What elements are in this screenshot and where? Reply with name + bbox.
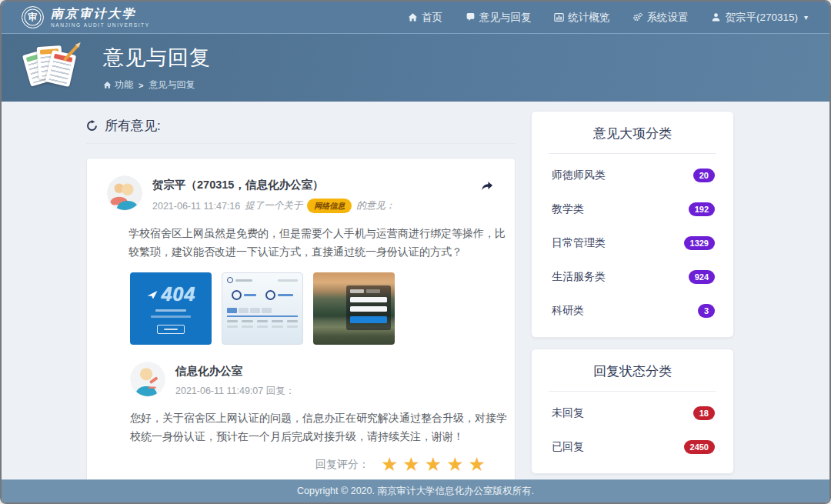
count-badge: 1329: [684, 236, 715, 250]
breadcrumb-separator: >: [138, 81, 143, 90]
rating-row: 回复评分： ★★★★★: [107, 455, 495, 474]
post-author-name: 贺宗平（270315，信息化办公室）: [152, 178, 395, 192]
gears-icon: [632, 12, 642, 22]
attachment-campus-login-thumbnail[interactable]: [313, 272, 395, 345]
count-badge: 18: [693, 406, 715, 420]
top-navbar: 审 南京审计大学 NANJING AUDIT UNIVERSITY 首页意见与回…: [2, 2, 829, 34]
star-icon: ★: [402, 453, 419, 475]
app-window: 审 南京审计大学 NANJING AUDIT UNIVERSITY 首页意见与回…: [0, 0, 831, 504]
category-item[interactable]: 未回复18: [532, 396, 733, 430]
category-item[interactable]: 日常管理类1329: [532, 226, 733, 260]
main-column: 所有意见:: [86, 111, 516, 479]
attachment-404-page-thumbnail[interactable]: 404: [130, 272, 212, 345]
documents-illustration-icon: [26, 45, 75, 90]
university-seal-icon: 审: [22, 6, 44, 28]
category-item[interactable]: 生活服务类924: [532, 260, 733, 294]
section-header: 所有意见:: [86, 111, 516, 144]
sidebar: 意见大项分类师德师风类20教学类192日常管理类1329生活服务类924科研类3…: [531, 111, 734, 479]
content-area: 所有意见:: [2, 102, 829, 479]
thumbnail-button-shape: [157, 325, 185, 334]
section-title: 所有意见:: [105, 117, 161, 135]
rating-label: 回复评分：: [315, 458, 369, 472]
count-badge: 3: [698, 304, 715, 318]
post-header: 贺宗平（270315，信息化办公室） 2021-06-11 11:47:16 提…: [107, 175, 495, 213]
copyright-text: Copyright © 2020. 南京审计大学信息化办公室版权所有.: [297, 485, 534, 498]
chart-icon: [554, 12, 564, 22]
footer: Copyright © 2020. 南京审计大学信息化办公室版权所有.: [2, 479, 829, 502]
attachment-portal-page-thumbnail[interactable]: [222, 272, 303, 345]
opinion-card: 贺宗平（270315，信息化办公室） 2021-06-11 11:47:16 提…: [86, 158, 516, 479]
error-404-text: 404: [162, 283, 196, 305]
breadcrumb: 功能 > 意见与回复: [103, 78, 211, 92]
category-tag-badge[interactable]: 网络信息: [307, 199, 352, 213]
reply-avatar: [130, 362, 165, 397]
reply-author-name: 信息化办公室: [175, 364, 295, 379]
nav-item-1[interactable]: 首页: [408, 11, 442, 25]
sidebar-panel-1: 意见大项分类师德师风类20教学类192日常管理类1329生活服务类924科研类3: [531, 111, 734, 338]
category-label: 日常管理类: [552, 236, 606, 250]
nav-item-3[interactable]: 统计概览: [554, 11, 609, 25]
page-title: 意见与回复: [103, 44, 211, 72]
user-name: 贺宗平(270315): [725, 11, 798, 25]
category-label: 教学类: [552, 202, 584, 216]
star-icon: ★: [381, 453, 398, 475]
category-label: 未回复: [552, 406, 584, 420]
page-header: 意见与回复 功能 > 意见与回复: [2, 34, 829, 102]
sidebar-panel-2: 回复状态分类未回复18已回复2450: [531, 349, 734, 474]
count-badge: 20: [693, 169, 715, 182]
comments-icon: [466, 12, 476, 22]
chevron-down-icon: ▾: [804, 13, 808, 22]
refresh-icon[interactable]: [86, 120, 98, 132]
count-badge: 924: [689, 270, 715, 284]
login-panel-shape: [346, 285, 391, 330]
post-timestamp: 2021-06-11 11:47:16: [152, 201, 240, 212]
brand-logo[interactable]: 审 南京审计大学 NANJING AUDIT UNIVERSITY: [22, 6, 150, 28]
brand-name-en: NANJING AUDIT UNIVERSITY: [51, 22, 150, 28]
star-icon: ★: [469, 453, 486, 475]
count-badge: 192: [689, 202, 715, 216]
reply-timestamp: 2021-06-11 11:49:07: [175, 386, 263, 396]
category-label: 已回复: [552, 440, 584, 454]
count-badge: 2450: [684, 440, 715, 454]
user-icon: [711, 12, 721, 22]
brand-name-zh: 南京审计大学: [51, 7, 150, 21]
breadcrumb-root[interactable]: 功能: [103, 78, 133, 92]
category-label: 科研类: [552, 304, 584, 318]
home-icon: [408, 12, 418, 22]
post-body-text: 学校宿舍区上网虽然是免费的，但是需要个人手机与运营商进行绑定等操作，比较繁琐，建…: [128, 224, 515, 261]
category-item[interactable]: 已回复2450: [532, 430, 733, 464]
rating-stars: ★★★★★: [376, 455, 486, 474]
breadcrumb-current: 意见与回复: [149, 78, 195, 92]
nav-item-4[interactable]: 系统设置: [632, 11, 688, 25]
seal-character: 审: [28, 11, 38, 24]
category-item[interactable]: 师德师风类20: [532, 159, 733, 192]
attachments-row: 404: [130, 272, 495, 345]
panel-title: 意见大项分类: [532, 112, 733, 153]
category-item[interactable]: 教学类192: [532, 192, 733, 226]
category-label: 生活服务类: [552, 270, 606, 284]
category-item[interactable]: 科研类3: [532, 294, 733, 328]
nav-item-2[interactable]: 意见与回复: [466, 11, 532, 25]
reply-block: 信息化办公室 2021-06-11 11:49:07 回复： 您好，关于宿舍区上…: [130, 362, 495, 446]
share-arrow-icon[interactable]: [480, 180, 493, 193]
star-icon: ★: [425, 453, 442, 475]
reply-meta: 2021-06-11 11:49:07 回复：: [175, 385, 295, 398]
home-icon: [103, 81, 112, 89]
reply-header: 信息化办公室 2021-06-11 11:49:07 回复：: [130, 362, 495, 398]
nav-item-user[interactable]: 贺宗平(270315) ▾: [711, 11, 808, 25]
reply-body-text: 您好，关于宿舍区上网认证的问题，信息办正在研究解决通过整合升级，对接学校统一身份…: [130, 409, 516, 446]
author-avatar: [107, 175, 142, 211]
category-label: 师德师风类: [552, 169, 606, 182]
post-meta: 2021-06-11 11:47:16 提了一个关于 网络信息 的意见：: [152, 199, 395, 213]
panel-title: 回复状态分类: [532, 349, 733, 391]
nav-menu: 首页意见与回复统计概览系统设置 贺宗平(270315) ▾: [408, 11, 808, 25]
star-icon: ★: [446, 453, 463, 475]
